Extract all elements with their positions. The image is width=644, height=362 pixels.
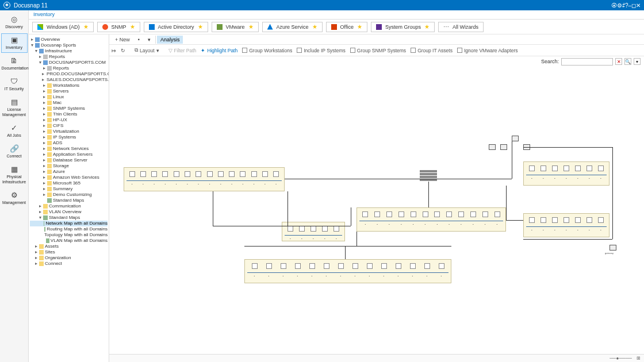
tree-database-server[interactable]: ▸ Database Server [30, 157, 108, 163]
twisty-icon[interactable]: ▸ [42, 71, 44, 77]
tree-overview[interactable]: ▸ Overview [30, 37, 108, 43]
network-map-canvas[interactable]: ▪▪▪▪▪▪▪▪▪▪▪▪▪▪ ▪▪▪▪▪ ▪▪▪▪▪▪▪▪▪▪▪▪▪▪ ▪▪▪▪… [109, 67, 644, 354]
twisty-icon[interactable]: ▸ [38, 203, 42, 209]
tree-servers[interactable]: ▸ Servers [30, 88, 108, 94]
rail-all jobs[interactable]: ✓ All Jobs [1, 121, 28, 141]
analysis-tab[interactable]: Analysis [157, 36, 183, 44]
filter-path-button[interactable]: ▽ Filter Path [168, 48, 197, 53]
twisty-icon[interactable]: ▸ [42, 146, 46, 152]
rail-connect[interactable]: 🔗 Connect [1, 142, 28, 161]
search-options-icon[interactable]: ▾ [634, 58, 641, 65]
twisty-icon[interactable]: ▾ [38, 215, 42, 221]
twisty-icon[interactable]: ▸ [42, 192, 46, 198]
tree-topology-map-with-all-domains[interactable]: Topology Map with all Domains [30, 232, 108, 238]
tree-summary[interactable]: ▸ Summary [30, 186, 108, 192]
tree-vlan-map-with-all-domains[interactable]: VLAN Map with all Domains [30, 238, 108, 244]
twisty-icon[interactable]: ▸ [34, 261, 38, 267]
check-group it assets[interactable]: Group IT Assets [411, 48, 453, 53]
search-icon[interactable]: 🔍 [624, 58, 631, 65]
tree-network-services[interactable]: ▸ Network Services [30, 146, 108, 152]
twisty-icon[interactable]: ▸ [42, 111, 46, 117]
tree-snmp-systems[interactable]: ▸ SNMP Systems [30, 106, 108, 111]
layout-dropdown[interactable]: ⧉ Layout ▾ [135, 47, 159, 53]
twisty-icon[interactable]: ▸ [42, 140, 46, 146]
window-button-1[interactable]: ⚙ [617, 2, 622, 9]
twisty-icon[interactable]: ▸ [42, 117, 46, 123]
twisty-icon[interactable]: ▸ [30, 37, 34, 43]
rail-inventory[interactable]: ▣ Inventory [1, 33, 28, 53]
tree-vlan-overview[interactable]: ▸ VLAN Overview [30, 209, 108, 215]
check-group workstations[interactable]: Group Workstations [242, 48, 292, 53]
twisty-icon[interactable]: ▸ [42, 100, 46, 106]
tree-assets[interactable]: ▸ Assets [30, 244, 108, 249]
tree-docusnap-sports[interactable]: ▾ Docusnap Sports [30, 43, 108, 48]
tree-azure[interactable]: ▸ Azure [30, 169, 108, 175]
tree-docusnapsports-com[interactable]: ▾ DOCUSNAPSPORTS.COM [30, 60, 108, 66]
check-group snmp systems[interactable]: Group SNMP Systems [350, 48, 406, 53]
twisty-icon[interactable]: ▸ [42, 83, 46, 88]
rail-management[interactable]: ⚙ Management [1, 188, 28, 208]
fit-icon[interactable]: ⊞ [637, 356, 641, 361]
search-input[interactable] [561, 58, 613, 66]
twisty-icon[interactable]: ▸ [42, 186, 46, 192]
twisty-icon[interactable]: ▸ [34, 255, 38, 261]
wizard-azure-service[interactable]: Azure Service ★ [262, 22, 323, 32]
rail-license management[interactable]: ▤ License Management [1, 95, 28, 120]
twisty-icon[interactable]: ▸ [42, 134, 46, 140]
wizard-vmware[interactable]: VMware ★ [212, 22, 259, 32]
wizard-snmp[interactable]: SNMP ★ [97, 22, 140, 32]
tree-ads[interactable]: ▸ ADS [30, 140, 108, 146]
twisty-icon[interactable]: ▸ [34, 249, 38, 255]
wizard-office[interactable]: Office ★ [326, 22, 367, 32]
wizard-system-groups[interactable]: System Groups ★ [371, 22, 435, 32]
tree-storage[interactable]: ▸ Storage [30, 163, 108, 169]
twisty-icon[interactable]: ▸ [42, 129, 46, 134]
rail-it security[interactable]: 🛡 IT Security [1, 75, 28, 94]
twisty-icon[interactable]: ▸ [42, 66, 46, 71]
tree-organization[interactable]: ▸ Organization [30, 255, 108, 261]
twisty-icon[interactable]: ▸ [42, 77, 44, 83]
twisty-icon[interactable]: ▸ [38, 54, 42, 60]
tree-communication[interactable]: ▸ Communication [30, 203, 108, 209]
dropdown-1[interactable]: • [135, 36, 143, 44]
twisty-icon[interactable]: ▸ [42, 94, 46, 100]
window-button-0[interactable]: ⦿ [611, 2, 617, 9]
twisty-icon[interactable]: ▸ [42, 88, 46, 94]
twisty-icon[interactable]: ▸ [42, 157, 46, 163]
tree-prod-docusnapsports-com[interactable]: ▸ PROD.DOCUSNAPSPORTS.COM [30, 71, 108, 77]
checkbox-icon[interactable] [411, 48, 416, 53]
tree-standard-maps[interactable]: ▾ Standard Maps [30, 215, 108, 221]
tree-microsoft-365[interactable]: ▸ Microsoft 365 [30, 180, 108, 186]
dropdown-2[interactable]: ▾ [144, 36, 154, 44]
twisty-icon[interactable]: ▸ [42, 169, 46, 175]
twisty-icon[interactable]: ▸ [42, 163, 46, 169]
highlight-path-button[interactable]: ✦ Highlight Path [201, 48, 237, 53]
tree-network-map-with-all-domains[interactable]: Network Map with all Domains [30, 221, 108, 226]
window-button-6[interactable]: ✕ [636, 2, 641, 9]
tree-application-servers[interactable]: ▸ Application Servers [30, 152, 108, 157]
twisty-icon[interactable]: ▸ [42, 106, 46, 111]
tree-connect[interactable]: ▸ Connect [30, 261, 108, 267]
twisty-icon[interactable]: ▸ [42, 152, 46, 157]
wizard-active-directory[interactable]: Active Directory ★ [144, 22, 208, 32]
tree-reports[interactable]: ▸ Reports [30, 66, 108, 71]
tree-standard-maps[interactable]: Standard Maps [30, 198, 108, 203]
tree-hp-ux[interactable]: ▸ HP-UX [30, 117, 108, 123]
rail-physical infrastructure[interactable]: ▦ Physical Infrastructure [1, 163, 28, 187]
twisty-icon[interactable]: ▸ [42, 123, 46, 129]
refresh-icon[interactable]: ↻ [121, 48, 125, 53]
tree-sales-docusnapsports-com[interactable]: ▸ SALES.DOCUSNAPSPORTS.COM [30, 77, 108, 83]
checkbox-icon[interactable] [457, 48, 462, 53]
twisty-icon[interactable]: ▾ [34, 48, 38, 54]
tree-thin-clients[interactable]: ▸ Thin Clients [30, 111, 108, 117]
tree-ip-systems[interactable]: ▸ IP Systems [30, 134, 108, 140]
clear-search-icon[interactable]: ✕ [615, 58, 622, 65]
tree-virtualization[interactable]: ▸ Virtualization [30, 129, 108, 134]
inventory-tree[interactable]: ▸ Overview ▾ Docusnap Sports ▾ Infrastru… [29, 34, 109, 362]
tree-linux[interactable]: ▸ Linux [30, 94, 108, 100]
twisty-icon[interactable]: ▸ [42, 180, 46, 186]
tree-reports[interactable]: ▸ Reports [30, 54, 108, 60]
tree-mac[interactable]: ▸ Mac [30, 100, 108, 106]
twisty-icon[interactable]: ▸ [34, 244, 38, 249]
twisty-icon[interactable]: ▾ [38, 60, 42, 66]
